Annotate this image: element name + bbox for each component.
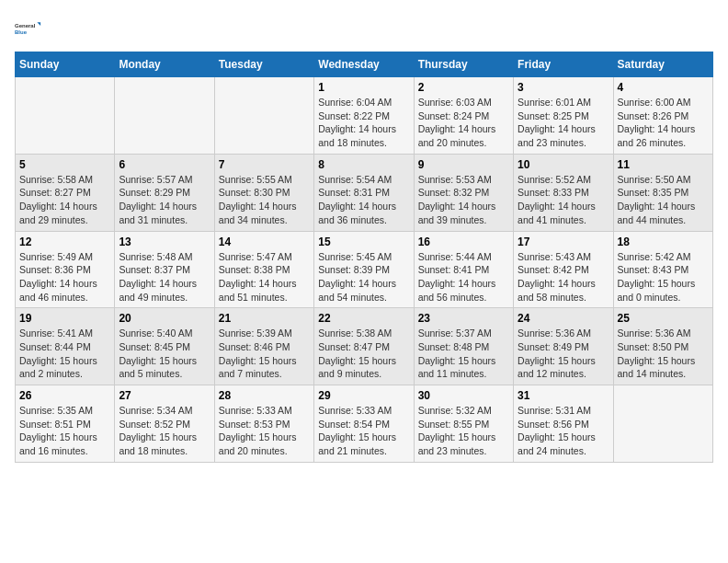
- header-day-thursday: Thursday: [414, 52, 513, 77]
- week-row-1: 1Sunrise: 6:04 AM Sunset: 8:22 PM Daylig…: [16, 77, 713, 155]
- day-number: 11: [618, 158, 709, 171]
- day-info: Sunrise: 6:04 AM Sunset: 8:22 PM Dayligh…: [318, 96, 409, 150]
- calendar-cell: 17Sunrise: 5:43 AM Sunset: 8:42 PM Dayli…: [514, 231, 613, 308]
- calendar-cell: 22Sunrise: 5:38 AM Sunset: 8:47 PM Dayli…: [314, 308, 414, 385]
- day-number: 25: [618, 312, 709, 325]
- day-info: Sunrise: 5:42 AM Sunset: 8:43 PM Dayligh…: [618, 250, 709, 304]
- day-number: 27: [119, 389, 210, 402]
- day-number: 5: [19, 158, 110, 171]
- calendar-cell: 31Sunrise: 5:31 AM Sunset: 8:56 PM Dayli…: [514, 385, 613, 463]
- day-number: 24: [518, 312, 609, 325]
- day-info: Sunrise: 5:37 AM Sunset: 8:48 PM Dayligh…: [418, 327, 509, 381]
- day-info: Sunrise: 6:03 AM Sunset: 8:24 PM Dayligh…: [418, 96, 509, 150]
- day-info: Sunrise: 5:32 AM Sunset: 8:55 PM Dayligh…: [418, 404, 509, 458]
- calendar-cell: 7Sunrise: 5:55 AM Sunset: 8:30 PM Daylig…: [214, 154, 313, 231]
- calendar-cell: 4Sunrise: 6:00 AM Sunset: 8:26 PM Daylig…: [613, 77, 712, 155]
- header-day-sunday: Sunday: [16, 52, 115, 77]
- calendar-cell: 16Sunrise: 5:44 AM Sunset: 8:41 PM Dayli…: [414, 231, 513, 308]
- calendar-cell: [613, 385, 712, 463]
- logo: GeneralBlue: [15, 15, 42, 42]
- calendar-cell: 2Sunrise: 6:03 AM Sunset: 8:24 PM Daylig…: [414, 77, 513, 155]
- header-day-wednesday: Wednesday: [314, 52, 414, 77]
- day-number: 17: [518, 236, 609, 248]
- calendar-cell: 24Sunrise: 5:36 AM Sunset: 8:49 PM Dayli…: [514, 308, 613, 385]
- calendar-cell: 18Sunrise: 5:42 AM Sunset: 8:43 PM Dayli…: [613, 231, 712, 308]
- day-number: 18: [618, 236, 709, 248]
- day-number: 19: [19, 312, 110, 325]
- day-number: 6: [119, 158, 210, 171]
- week-row-5: 26Sunrise: 5:35 AM Sunset: 8:51 PM Dayli…: [16, 385, 713, 463]
- calendar-cell: 12Sunrise: 5:49 AM Sunset: 8:36 PM Dayli…: [16, 231, 115, 308]
- day-info: Sunrise: 5:31 AM Sunset: 8:56 PM Dayligh…: [518, 404, 609, 458]
- day-number: 14: [219, 236, 310, 248]
- calendar-cell: 11Sunrise: 5:50 AM Sunset: 8:35 PM Dayli…: [613, 154, 712, 231]
- day-info: Sunrise: 5:33 AM Sunset: 8:53 PM Dayligh…: [219, 404, 310, 458]
- calendar-cell: 21Sunrise: 5:39 AM Sunset: 8:46 PM Dayli…: [214, 308, 313, 385]
- day-number: 8: [318, 158, 409, 171]
- day-number: 2: [418, 81, 509, 94]
- day-info: Sunrise: 5:43 AM Sunset: 8:42 PM Dayligh…: [518, 250, 609, 304]
- day-info: Sunrise: 5:57 AM Sunset: 8:29 PM Dayligh…: [119, 173, 210, 227]
- day-info: Sunrise: 5:45 AM Sunset: 8:39 PM Dayligh…: [318, 250, 409, 304]
- header-day-monday: Monday: [115, 52, 214, 77]
- calendar-cell: 25Sunrise: 5:36 AM Sunset: 8:50 PM Dayli…: [613, 308, 712, 385]
- day-info: Sunrise: 6:00 AM Sunset: 8:26 PM Dayligh…: [618, 96, 709, 150]
- day-info: Sunrise: 5:53 AM Sunset: 8:32 PM Dayligh…: [418, 173, 509, 227]
- day-info: Sunrise: 5:40 AM Sunset: 8:45 PM Dayligh…: [119, 327, 210, 381]
- day-number: 28: [219, 389, 310, 402]
- calendar-cell: 19Sunrise: 5:41 AM Sunset: 8:44 PM Dayli…: [16, 308, 115, 385]
- calendar-cell: 5Sunrise: 5:58 AM Sunset: 8:27 PM Daylig…: [16, 154, 115, 231]
- day-number: 22: [318, 312, 409, 325]
- logo-icon: GeneralBlue: [15, 15, 42, 42]
- day-number: 30: [418, 389, 509, 402]
- day-number: 26: [19, 389, 110, 402]
- day-number: 21: [219, 312, 310, 325]
- calendar-cell: 15Sunrise: 5:45 AM Sunset: 8:39 PM Dayli…: [314, 231, 414, 308]
- calendar-cell: 1Sunrise: 6:04 AM Sunset: 8:22 PM Daylig…: [314, 77, 414, 155]
- day-number: 4: [618, 81, 709, 94]
- day-number: 15: [318, 236, 409, 248]
- calendar-cell: 28Sunrise: 5:33 AM Sunset: 8:53 PM Dayli…: [214, 385, 313, 463]
- header-day-friday: Friday: [514, 52, 613, 77]
- day-info: Sunrise: 5:34 AM Sunset: 8:52 PM Dayligh…: [119, 404, 210, 458]
- day-info: Sunrise: 5:36 AM Sunset: 8:49 PM Dayligh…: [518, 327, 609, 381]
- header-row: SundayMondayTuesdayWednesdayThursdayFrid…: [16, 52, 713, 77]
- calendar-cell: [214, 77, 313, 155]
- calendar-cell: 23Sunrise: 5:37 AM Sunset: 8:48 PM Dayli…: [414, 308, 513, 385]
- header-day-saturday: Saturday: [613, 52, 712, 77]
- day-info: Sunrise: 5:48 AM Sunset: 8:37 PM Dayligh…: [119, 250, 210, 304]
- day-number: 10: [518, 158, 609, 171]
- day-info: Sunrise: 5:38 AM Sunset: 8:47 PM Dayligh…: [318, 327, 409, 381]
- day-info: Sunrise: 5:52 AM Sunset: 8:33 PM Dayligh…: [518, 173, 609, 227]
- day-number: 1: [318, 81, 409, 94]
- day-number: 7: [219, 158, 310, 171]
- calendar-cell: 6Sunrise: 5:57 AM Sunset: 8:29 PM Daylig…: [115, 154, 214, 231]
- day-number: 16: [418, 236, 509, 248]
- calendar-cell: 30Sunrise: 5:32 AM Sunset: 8:55 PM Dayli…: [414, 385, 513, 463]
- day-info: Sunrise: 5:39 AM Sunset: 8:46 PM Dayligh…: [219, 327, 310, 381]
- calendar-table: SundayMondayTuesdayWednesdayThursdayFrid…: [15, 52, 713, 463]
- day-info: Sunrise: 5:33 AM Sunset: 8:54 PM Dayligh…: [318, 404, 409, 458]
- svg-text:Blue: Blue: [15, 29, 28, 35]
- calendar-cell: [115, 77, 214, 155]
- day-number: 3: [518, 81, 609, 94]
- calendar-cell: 27Sunrise: 5:34 AM Sunset: 8:52 PM Dayli…: [115, 385, 214, 463]
- day-number: 12: [19, 236, 110, 248]
- calendar-cell: 26Sunrise: 5:35 AM Sunset: 8:51 PM Dayli…: [16, 385, 115, 463]
- day-info: Sunrise: 5:54 AM Sunset: 8:31 PM Dayligh…: [318, 173, 409, 227]
- page-header: GeneralBlue: [15, 15, 713, 42]
- week-row-3: 12Sunrise: 5:49 AM Sunset: 8:36 PM Dayli…: [16, 231, 713, 308]
- day-info: Sunrise: 5:58 AM Sunset: 8:27 PM Dayligh…: [19, 173, 110, 227]
- day-info: Sunrise: 5:35 AM Sunset: 8:51 PM Dayligh…: [19, 404, 110, 458]
- calendar-cell: 14Sunrise: 5:47 AM Sunset: 8:38 PM Dayli…: [214, 231, 313, 308]
- header-day-tuesday: Tuesday: [214, 52, 313, 77]
- day-info: Sunrise: 5:36 AM Sunset: 8:50 PM Dayligh…: [618, 327, 709, 381]
- day-info: Sunrise: 5:55 AM Sunset: 8:30 PM Dayligh…: [219, 173, 310, 227]
- calendar-cell: 29Sunrise: 5:33 AM Sunset: 8:54 PM Dayli…: [314, 385, 414, 463]
- calendar-cell: 9Sunrise: 5:53 AM Sunset: 8:32 PM Daylig…: [414, 154, 513, 231]
- day-info: Sunrise: 5:49 AM Sunset: 8:36 PM Dayligh…: [19, 250, 110, 304]
- calendar-cell: 3Sunrise: 6:01 AM Sunset: 8:25 PM Daylig…: [514, 77, 613, 155]
- calendar-cell: 10Sunrise: 5:52 AM Sunset: 8:33 PM Dayli…: [514, 154, 613, 231]
- day-number: 29: [318, 389, 409, 402]
- svg-text:General: General: [15, 23, 36, 29]
